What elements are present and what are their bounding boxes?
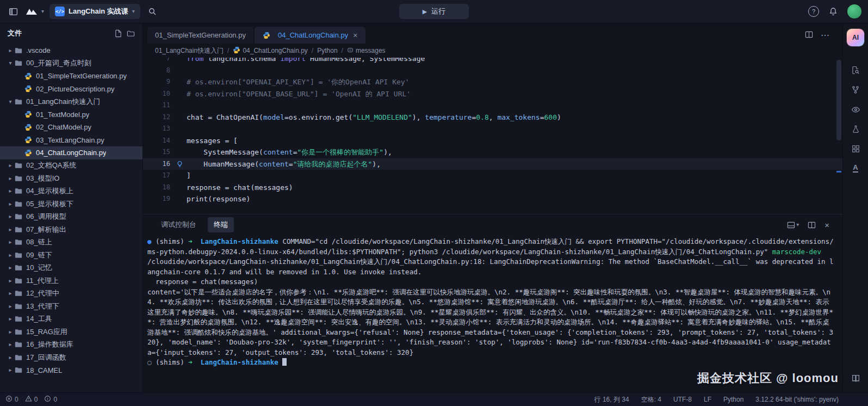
tree-item-folder[interactable]: ▸03_模型IO <box>0 172 142 185</box>
new-file-icon[interactable] <box>114 29 122 38</box>
gutter-spacer <box>172 135 187 147</box>
tree-item-file[interactable]: 02_PictureDescription.py <box>0 83 142 96</box>
chevron-right-icon: ▸ <box>7 304 14 309</box>
split-editor-icon[interactable] <box>805 30 813 40</box>
docs-book-icon[interactable] <box>846 368 865 388</box>
code-search-icon[interactable] <box>846 60 865 80</box>
folder-icon <box>14 162 23 169</box>
project-switcher[interactable]: </> LangChain 实战课 ▾ <box>49 4 140 19</box>
statusbar-segment[interactable]: 3.12.2 64-bit ('shims': pyenv) <box>755 396 839 403</box>
close-icon[interactable]: × <box>353 31 357 40</box>
gutter-spacer <box>172 58 187 65</box>
ai-assistant-icon[interactable]: AI <box>847 29 864 46</box>
preview-icon[interactable] <box>846 100 865 119</box>
tree-item-folder[interactable]: ▸07_解析输出 <box>0 223 142 236</box>
breadcrumb-item[interactable]: 04_ChatLongChain.py <box>233 46 307 56</box>
run-button[interactable]: ▶ 运行 <box>399 4 469 19</box>
extensions-icon[interactable] <box>846 139 865 158</box>
line-number: 15 <box>143 146 172 158</box>
close-icon[interactable]: × <box>824 220 829 230</box>
lightbulb-icon[interactable] <box>172 158 187 170</box>
tree-item-folder[interactable]: ▾00_开篇词_奇点时刻 <box>0 57 142 70</box>
editor-tab[interactable]: 01_SimpleTextGeneration.py <box>147 27 253 44</box>
code-token: # os.environ["OPENAI_API_KEY"] = '你的Open… <box>187 78 410 86</box>
tree-item-folder[interactable]: ▸14_工具 <box>0 313 142 326</box>
tree-item-folder[interactable]: ▸06_调用模型 <box>0 211 142 224</box>
editor-tab-actions: ⋯ <box>805 30 842 44</box>
terminal-output[interactable]: ● (shims) ➜ LangChain-shizhanke COMMAND=… <box>143 235 842 392</box>
search-icon[interactable] <box>146 5 159 18</box>
breadcrumb-item[interactable]: 01_LangChain快速入门 <box>155 46 224 56</box>
code-area[interactable]: 7from langchain.schema import HumanMessa… <box>143 58 842 214</box>
tab-label: 01_SimpleTextGeneration.py <box>155 31 246 39</box>
tree-item-file[interactable]: 04_ChatLongChain.py <box>0 146 142 159</box>
tree-item-folder[interactable]: ▸16_操作数据库 <box>0 339 142 352</box>
breadcrumb-item[interactable]: messages <box>347 47 386 55</box>
tree-item-folder[interactable]: ▸17_回调函数 <box>0 351 142 364</box>
tree-item-file[interactable]: 03_TextLangChain.py <box>0 134 142 147</box>
folder-icon <box>14 59 23 67</box>
terminal-line: ○ (shims) ➜ LangChain-shizhanke <box>147 358 834 368</box>
tree-item-folder[interactable]: ▸12_代理中 <box>0 287 142 300</box>
tree-item-folder[interactable]: ▸13_代理下 <box>0 300 142 313</box>
breadcrumb-label: Python <box>317 47 337 54</box>
tree-item-file[interactable]: 01_SimpleTextGeneration.py <box>0 70 142 83</box>
source-control-icon[interactable] <box>846 80 865 100</box>
tree-item-label: 18_CAMEL <box>26 366 62 374</box>
problem-indicator[interactable]: 0 <box>44 395 57 404</box>
statusbar-segment[interactable]: Python <box>723 396 743 403</box>
problem-indicator[interactable]: 0 <box>25 395 38 404</box>
statusbar-problems[interactable]: 000 <box>5 395 57 404</box>
tree-item-file[interactable]: 01_TextModel.py <box>0 108 142 121</box>
tree-item-folder[interactable]: ▸04_提示模板上 <box>0 185 142 198</box>
tree-item-folder[interactable]: ▾01_LangChain快速入门 <box>0 95 142 108</box>
chevron-right-icon: ▸ <box>7 227 14 232</box>
editor-tab[interactable]: 04_ChatLongChain.py× <box>255 27 365 44</box>
format-icon[interactable]: A <box>846 158 865 178</box>
code-badge-icon: </> <box>55 7 65 16</box>
marscode-logo[interactable]: ▾ <box>25 7 44 16</box>
tree-item-folder[interactable]: ▸02_文档QA系统 <box>0 159 142 173</box>
panel-layout-icon[interactable]: ▾ <box>787 221 799 229</box>
tree-item-folder[interactable]: ▸18_CAMEL <box>0 364 142 377</box>
panel-tab[interactable]: 终端 <box>208 217 234 232</box>
scrollbar-thumb[interactable] <box>836 60 841 140</box>
folder-icon <box>14 341 23 348</box>
new-folder-icon[interactable] <box>127 29 135 38</box>
tree-item-folder[interactable]: ▸08_链上 <box>0 236 142 249</box>
chevron-right-icon: ▸ <box>7 239 14 245</box>
tree-item-label: 04_提示模板上 <box>26 186 73 196</box>
bell-icon[interactable] <box>827 5 840 18</box>
more-actions-icon[interactable]: ⋯ <box>821 30 829 40</box>
statusbar-segment[interactable]: 行 16, 列 34 <box>594 395 629 404</box>
folder-icon <box>14 251 23 259</box>
layout-sidebar-icon[interactable] <box>7 5 20 18</box>
user-avatar[interactable] <box>847 4 861 19</box>
chevron-down-icon: ▾ <box>132 9 135 14</box>
tree-item-label: 02_PictureDescription.py <box>36 85 115 93</box>
problem-indicator[interactable]: 0 <box>5 395 18 404</box>
tree-item-folder[interactable]: ▸15_RAG应用 <box>0 325 142 339</box>
editor-scrollbar[interactable] <box>835 58 842 214</box>
chevron-right-icon: ▸ <box>7 48 14 53</box>
chevron-right-icon: ▸ <box>7 253 14 258</box>
test-flask-icon[interactable] <box>846 119 865 139</box>
breadcrumb-item[interactable]: Python <box>317 47 337 54</box>
tree-item-label: 04_ChatLongChain.py <box>36 149 106 157</box>
code-token: "你是一个很棒的智能助手" <box>297 148 384 156</box>
tree-item-folder[interactable]: ▸09_链下 <box>0 249 142 262</box>
chevron-right-icon: ▸ <box>7 214 14 219</box>
tree-item-folder[interactable]: ▸11_代理上 <box>0 274 142 287</box>
tree-item-folder[interactable]: ▸10_记忆 <box>0 262 142 275</box>
code-token: model <box>263 113 284 121</box>
split-panel-icon[interactable] <box>808 221 816 229</box>
code-token: chat = ChatOpenAI( <box>187 113 263 121</box>
tree-item-file[interactable]: 02_ChatModel.py <box>0 121 142 134</box>
statusbar-segment[interactable]: UTF-8 <box>673 396 692 403</box>
tree-item-folder[interactable]: ▸.vscode <box>0 44 142 57</box>
panel-tab[interactable]: 调试控制台 <box>155 217 202 232</box>
tree-item-folder[interactable]: ▸05_提示模板下 <box>0 198 142 211</box>
statusbar-segment[interactable]: LF <box>704 396 711 403</box>
statusbar-segment[interactable]: 空格: 4 <box>641 395 661 404</box>
help-icon[interactable]: ? <box>808 6 819 17</box>
